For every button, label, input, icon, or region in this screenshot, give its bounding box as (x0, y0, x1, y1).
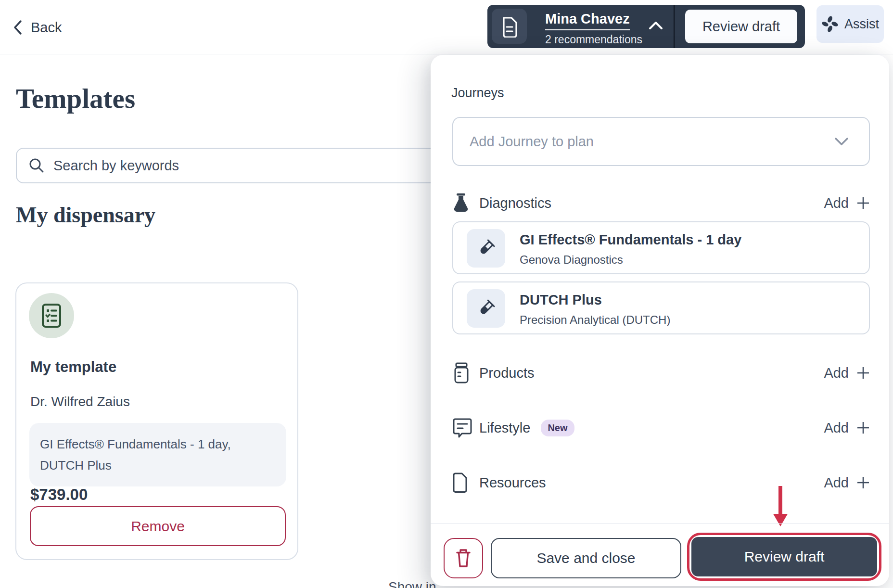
diagnostics-section-row: Diagnostics Add (452, 191, 870, 215)
divider (674, 5, 675, 48)
new-badge: New (541, 420, 574, 436)
page-title: Templates (16, 83, 135, 114)
test-tube-icon (475, 237, 497, 259)
lifestyle-label: Lifestyle (479, 420, 530, 436)
patient-recommendation-count: 2 recommendations (545, 33, 642, 46)
chat-bubble-icon (452, 417, 474, 438)
add-lifestyle-button[interactable]: Add (824, 420, 870, 436)
products-label: Products (479, 365, 534, 381)
test-tube-tile (467, 289, 505, 328)
trash-icon (454, 548, 473, 569)
red-arrow-down (778, 486, 782, 514)
flask-icon (452, 192, 474, 214)
review-draft-button-top[interactable]: Review draft (685, 10, 797, 43)
diagnostic-item-dutch-plus[interactable]: DUTCH Plus Precision Analytical (DUTCH) (452, 281, 870, 334)
footer-divider (431, 523, 889, 524)
add-label: Add (824, 475, 849, 491)
resources-section-row: Resources Add (452, 471, 870, 495)
add-resources-button[interactable]: Add (824, 475, 870, 491)
template-card: My template Dr. Wilfred Zaius GI Effects… (15, 282, 298, 560)
dispensary-section-title: My dispensary (16, 202, 155, 228)
search-icon (28, 157, 45, 174)
red-arrow-head (773, 514, 788, 526)
back-label: Back (31, 20, 62, 36)
add-products-button[interactable]: Add (824, 365, 870, 381)
chevron-left-icon (13, 19, 23, 36)
save-and-close-button[interactable]: Save and close (491, 538, 681, 578)
diagnostic-title: GI Effects® Fundamentals - 1 day (520, 232, 741, 248)
template-contents-chip: GI Effects® Fundamentals - 1 day, DUTCH … (29, 423, 286, 486)
plus-icon (856, 476, 870, 489)
chevron-up-icon[interactable] (646, 18, 665, 33)
test-tube-tile (467, 229, 505, 268)
template-avatar (29, 293, 74, 338)
review-draft-button[interactable]: Review draft (691, 537, 877, 576)
assist-label: Assist (844, 17, 879, 32)
add-journey-placeholder: Add Journey to plan (470, 134, 833, 150)
review-draft-highlight-ring: Review draft (687, 533, 881, 581)
diagnostic-item-gi-effects[interactable]: GI Effects® Fundamentals - 1 day Genova … (452, 221, 870, 274)
diagnostic-subtitle: Precision Analytical (DUTCH) (520, 313, 670, 327)
plan-drawer: Journeys Add Journey to plan Diagnostics… (431, 55, 889, 586)
pinwheel-sparkle-icon (821, 15, 839, 33)
assist-button[interactable]: Assist (816, 5, 884, 43)
template-price: $739.00 (30, 486, 88, 504)
chevron-down-icon (833, 136, 850, 147)
template-name: My template (30, 358, 116, 376)
document-icon (500, 15, 519, 38)
remove-template-button[interactable]: Remove (30, 506, 286, 546)
add-diagnostics-button[interactable]: Add (824, 195, 870, 211)
file-icon (452, 472, 474, 493)
checklist-icon (40, 303, 63, 329)
top-bar: Back Mina Chavez 2 recommendations Revie… (0, 0, 893, 54)
test-tube-icon (475, 297, 497, 320)
plus-icon (856, 421, 870, 435)
delete-plan-button[interactable] (444, 538, 483, 578)
journeys-heading: Journeys (451, 86, 504, 101)
add-label: Add (824, 365, 849, 381)
diagnostic-subtitle: Genova Diagnostics (520, 253, 623, 267)
lifestyle-section-row: Lifestyle New Add (452, 416, 870, 440)
diagnostic-title: DUTCH Plus (520, 292, 602, 308)
resources-label: Resources (479, 475, 546, 491)
add-journey-select[interactable]: Add Journey to plan (452, 117, 870, 166)
patient-info: Mina Chavez 2 recommendations (545, 11, 642, 46)
template-practitioner: Dr. Wilfred Zaius (30, 394, 130, 409)
pill-bottle-icon (452, 362, 474, 384)
patient-summary-card[interactable]: Mina Chavez 2 recommendations Review dra… (487, 5, 805, 48)
back-button[interactable]: Back (13, 16, 62, 39)
clipped-show-in-text: Show in (388, 579, 436, 588)
document-tile (492, 9, 527, 44)
plus-icon (856, 366, 870, 380)
products-section-row: Products Add (452, 361, 870, 385)
add-label: Add (824, 420, 849, 436)
add-label: Add (824, 195, 849, 211)
patient-name-link[interactable]: Mina Chavez (545, 11, 630, 30)
diagnostics-label: Diagnostics (479, 195, 551, 211)
plus-icon (856, 196, 870, 210)
